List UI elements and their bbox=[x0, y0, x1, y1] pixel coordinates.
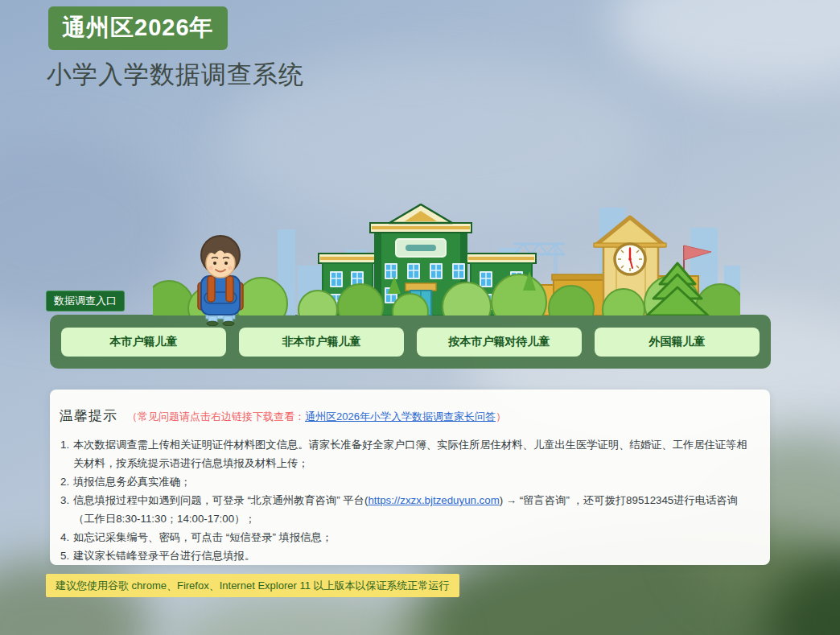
campus-illustration bbox=[153, 204, 740, 326]
tip-item-4: 4.如忘记采集编号、密码，可点击 “短信登录” 填报信息； bbox=[60, 528, 756, 546]
tip-item-1: 1.本次数据调查需上传相关证明证件材料图文信息。请家长准备好全家户口簿、实际住所… bbox=[60, 435, 756, 472]
faq-download-link[interactable]: 通州区2026年小学入学数据调查家长问答 bbox=[305, 410, 496, 423]
tips-title: 温馨提示 bbox=[60, 406, 117, 425]
tip-item-3: 3.信息填报过程中如遇到问题，可登录 “北京通州教育咨询” 平台(https:/… bbox=[60, 491, 756, 528]
year-badge: 通州区2026年 bbox=[48, 6, 228, 50]
entry-section-label: 数据调查入口 bbox=[46, 291, 125, 311]
cloud-blur bbox=[611, 0, 840, 89]
tips-header: 温馨提示 （常见问题请点击右边链接下载查看：通州区2026年小学入学数据调查家长… bbox=[60, 406, 756, 425]
tips-note-suffix: ） bbox=[496, 410, 506, 423]
button-nonlocal-registered-children[interactable]: 非本市户籍儿童 bbox=[239, 328, 404, 357]
tip-item-2: 2.填报信息务必真实准确； bbox=[60, 472, 756, 491]
grass-blur bbox=[169, 592, 443, 635]
tips-note-prefix: （常见问题请点击右边链接下载查看： bbox=[127, 410, 305, 423]
button-treated-as-local-children[interactable]: 按本市户籍对待儿童 bbox=[417, 328, 582, 357]
browser-notice: 建议您使用谷歌 chrome、Firefox、Internet Explorer… bbox=[46, 574, 459, 597]
tips-note: （常见问题请点击右边链接下载查看：通州区2026年小学入学数据调查家长问答） bbox=[127, 410, 506, 424]
tree-blur bbox=[0, 559, 153, 635]
clock-icon bbox=[615, 244, 645, 274]
tip-item-5: 5.建议家长错峰登录平台进行信息填报。 bbox=[60, 546, 756, 565]
platform-url-link[interactable]: https://zxzx.bjtzeduyun.com bbox=[368, 494, 499, 506]
tips-panel: 温馨提示 （常见问题请点击右边链接下载查看：通州区2026年小学入学数据调查家长… bbox=[50, 390, 770, 565]
door-awning bbox=[406, 283, 436, 291]
button-foreign-children[interactable]: 外国籍儿童 bbox=[595, 328, 760, 357]
tips-list: 1.本次数据调查需上传相关证明证件材料图文信息。请家长准备好全家户口簿、实际住所… bbox=[60, 435, 756, 565]
button-local-registered-children[interactable]: 本市户籍儿童 bbox=[61, 328, 226, 357]
page: 通州区2026年 小学入学数据调查系统 bbox=[0, 0, 840, 635]
student-boy-illustration bbox=[198, 236, 243, 326]
page-title: 小学入学数据调查系统 bbox=[47, 58, 304, 92]
